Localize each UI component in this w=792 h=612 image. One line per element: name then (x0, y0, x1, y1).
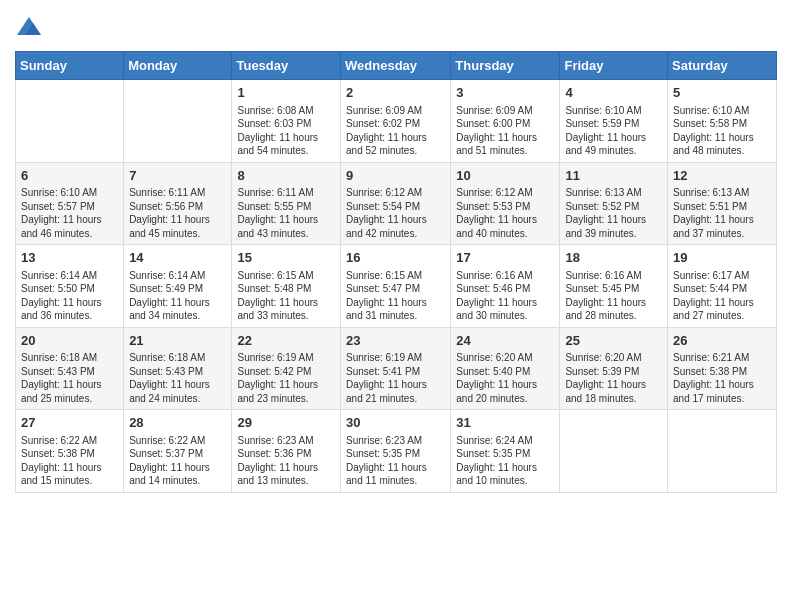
calendar-cell: 6Sunrise: 6:10 AM Sunset: 5:57 PM Daylig… (16, 162, 124, 245)
day-info: Sunrise: 6:24 AM Sunset: 5:35 PM Dayligh… (456, 434, 554, 488)
day-number: 24 (456, 332, 554, 350)
day-number: 30 (346, 414, 445, 432)
day-number: 12 (673, 167, 771, 185)
calendar-cell: 14Sunrise: 6:14 AM Sunset: 5:49 PM Dayli… (124, 245, 232, 328)
week-row-3: 13Sunrise: 6:14 AM Sunset: 5:50 PM Dayli… (16, 245, 777, 328)
calendar-cell: 2Sunrise: 6:09 AM Sunset: 6:02 PM Daylig… (341, 80, 451, 163)
calendar-cell: 24Sunrise: 6:20 AM Sunset: 5:40 PM Dayli… (451, 327, 560, 410)
calendar-cell: 29Sunrise: 6:23 AM Sunset: 5:36 PM Dayli… (232, 410, 341, 493)
day-info: Sunrise: 6:12 AM Sunset: 5:54 PM Dayligh… (346, 186, 445, 240)
calendar-cell: 9Sunrise: 6:12 AM Sunset: 5:54 PM Daylig… (341, 162, 451, 245)
day-info: Sunrise: 6:13 AM Sunset: 5:52 PM Dayligh… (565, 186, 662, 240)
calendar-cell: 13Sunrise: 6:14 AM Sunset: 5:50 PM Dayli… (16, 245, 124, 328)
day-number: 19 (673, 249, 771, 267)
day-number: 22 (237, 332, 335, 350)
day-info: Sunrise: 6:10 AM Sunset: 5:58 PM Dayligh… (673, 104, 771, 158)
calendar-cell: 28Sunrise: 6:22 AM Sunset: 5:37 PM Dayli… (124, 410, 232, 493)
calendar-cell: 3Sunrise: 6:09 AM Sunset: 6:00 PM Daylig… (451, 80, 560, 163)
day-number: 5 (673, 84, 771, 102)
day-info: Sunrise: 6:16 AM Sunset: 5:46 PM Dayligh… (456, 269, 554, 323)
day-number: 4 (565, 84, 662, 102)
day-info: Sunrise: 6:15 AM Sunset: 5:48 PM Dayligh… (237, 269, 335, 323)
day-number: 6 (21, 167, 118, 185)
week-row-5: 27Sunrise: 6:22 AM Sunset: 5:38 PM Dayli… (16, 410, 777, 493)
calendar-cell: 7Sunrise: 6:11 AM Sunset: 5:56 PM Daylig… (124, 162, 232, 245)
calendar-cell: 25Sunrise: 6:20 AM Sunset: 5:39 PM Dayli… (560, 327, 668, 410)
day-info: Sunrise: 6:11 AM Sunset: 5:56 PM Dayligh… (129, 186, 226, 240)
week-row-1: 1Sunrise: 6:08 AM Sunset: 6:03 PM Daylig… (16, 80, 777, 163)
calendar-cell: 20Sunrise: 6:18 AM Sunset: 5:43 PM Dayli… (16, 327, 124, 410)
week-row-4: 20Sunrise: 6:18 AM Sunset: 5:43 PM Dayli… (16, 327, 777, 410)
day-number: 9 (346, 167, 445, 185)
calendar-cell (668, 410, 777, 493)
day-info: Sunrise: 6:22 AM Sunset: 5:37 PM Dayligh… (129, 434, 226, 488)
day-info: Sunrise: 6:16 AM Sunset: 5:45 PM Dayligh… (565, 269, 662, 323)
calendar-cell (560, 410, 668, 493)
day-info: Sunrise: 6:14 AM Sunset: 5:50 PM Dayligh… (21, 269, 118, 323)
day-info: Sunrise: 6:23 AM Sunset: 5:35 PM Dayligh… (346, 434, 445, 488)
day-info: Sunrise: 6:17 AM Sunset: 5:44 PM Dayligh… (673, 269, 771, 323)
day-number: 29 (237, 414, 335, 432)
calendar-cell: 19Sunrise: 6:17 AM Sunset: 5:44 PM Dayli… (668, 245, 777, 328)
day-info: Sunrise: 6:19 AM Sunset: 5:41 PM Dayligh… (346, 351, 445, 405)
day-info: Sunrise: 6:10 AM Sunset: 5:59 PM Dayligh… (565, 104, 662, 158)
calendar-cell: 12Sunrise: 6:13 AM Sunset: 5:51 PM Dayli… (668, 162, 777, 245)
day-header-tuesday: Tuesday (232, 52, 341, 80)
day-info: Sunrise: 6:20 AM Sunset: 5:39 PM Dayligh… (565, 351, 662, 405)
calendar-table: SundayMondayTuesdayWednesdayThursdayFrid… (15, 51, 777, 493)
day-header-monday: Monday (124, 52, 232, 80)
logo (15, 15, 47, 43)
day-info: Sunrise: 6:20 AM Sunset: 5:40 PM Dayligh… (456, 351, 554, 405)
calendar-cell: 8Sunrise: 6:11 AM Sunset: 5:55 PM Daylig… (232, 162, 341, 245)
calendar-cell: 22Sunrise: 6:19 AM Sunset: 5:42 PM Dayli… (232, 327, 341, 410)
day-info: Sunrise: 6:11 AM Sunset: 5:55 PM Dayligh… (237, 186, 335, 240)
day-number: 17 (456, 249, 554, 267)
day-info: Sunrise: 6:08 AM Sunset: 6:03 PM Dayligh… (237, 104, 335, 158)
day-info: Sunrise: 6:19 AM Sunset: 5:42 PM Dayligh… (237, 351, 335, 405)
week-row-2: 6Sunrise: 6:10 AM Sunset: 5:57 PM Daylig… (16, 162, 777, 245)
day-info: Sunrise: 6:21 AM Sunset: 5:38 PM Dayligh… (673, 351, 771, 405)
calendar-cell: 11Sunrise: 6:13 AM Sunset: 5:52 PM Dayli… (560, 162, 668, 245)
day-info: Sunrise: 6:22 AM Sunset: 5:38 PM Dayligh… (21, 434, 118, 488)
day-number: 15 (237, 249, 335, 267)
day-number: 28 (129, 414, 226, 432)
calendar-header-row: SundayMondayTuesdayWednesdayThursdayFrid… (16, 52, 777, 80)
day-header-friday: Friday (560, 52, 668, 80)
header (15, 10, 777, 43)
day-number: 3 (456, 84, 554, 102)
day-number: 8 (237, 167, 335, 185)
day-info: Sunrise: 6:23 AM Sunset: 5:36 PM Dayligh… (237, 434, 335, 488)
calendar-cell: 27Sunrise: 6:22 AM Sunset: 5:38 PM Dayli… (16, 410, 124, 493)
day-number: 31 (456, 414, 554, 432)
calendar-cell: 30Sunrise: 6:23 AM Sunset: 5:35 PM Dayli… (341, 410, 451, 493)
day-info: Sunrise: 6:10 AM Sunset: 5:57 PM Dayligh… (21, 186, 118, 240)
calendar-cell (16, 80, 124, 163)
day-number: 26 (673, 332, 771, 350)
day-info: Sunrise: 6:18 AM Sunset: 5:43 PM Dayligh… (21, 351, 118, 405)
day-number: 2 (346, 84, 445, 102)
day-info: Sunrise: 6:13 AM Sunset: 5:51 PM Dayligh… (673, 186, 771, 240)
calendar-cell: 5Sunrise: 6:10 AM Sunset: 5:58 PM Daylig… (668, 80, 777, 163)
calendar-cell: 26Sunrise: 6:21 AM Sunset: 5:38 PM Dayli… (668, 327, 777, 410)
day-header-saturday: Saturday (668, 52, 777, 80)
calendar-cell: 21Sunrise: 6:18 AM Sunset: 5:43 PM Dayli… (124, 327, 232, 410)
day-info: Sunrise: 6:15 AM Sunset: 5:47 PM Dayligh… (346, 269, 445, 323)
day-number: 10 (456, 167, 554, 185)
calendar-page: SundayMondayTuesdayWednesdayThursdayFrid… (0, 0, 792, 612)
day-number: 18 (565, 249, 662, 267)
calendar-cell: 18Sunrise: 6:16 AM Sunset: 5:45 PM Dayli… (560, 245, 668, 328)
day-number: 27 (21, 414, 118, 432)
calendar-cell: 15Sunrise: 6:15 AM Sunset: 5:48 PM Dayli… (232, 245, 341, 328)
day-number: 13 (21, 249, 118, 267)
day-info: Sunrise: 6:12 AM Sunset: 5:53 PM Dayligh… (456, 186, 554, 240)
day-header-wednesday: Wednesday (341, 52, 451, 80)
day-number: 25 (565, 332, 662, 350)
day-header-thursday: Thursday (451, 52, 560, 80)
calendar-cell: 10Sunrise: 6:12 AM Sunset: 5:53 PM Dayli… (451, 162, 560, 245)
day-number: 23 (346, 332, 445, 350)
day-number: 11 (565, 167, 662, 185)
day-number: 14 (129, 249, 226, 267)
calendar-cell (124, 80, 232, 163)
day-number: 16 (346, 249, 445, 267)
calendar-cell: 17Sunrise: 6:16 AM Sunset: 5:46 PM Dayli… (451, 245, 560, 328)
